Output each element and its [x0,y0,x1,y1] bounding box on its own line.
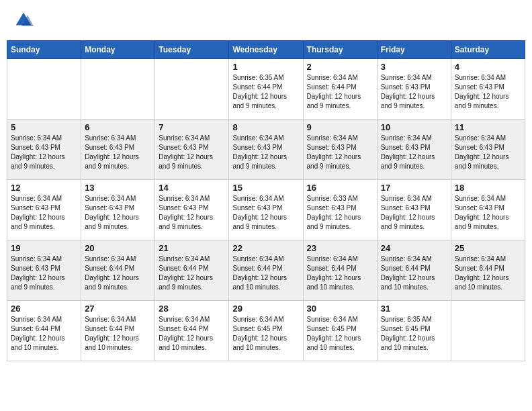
cell-info: Sunrise: 6:34 AM Sunset: 6:44 PM Dayligh… [159,315,225,353]
table-cell: 12Sunrise: 6:34 AM Sunset: 6:43 PM Dayli… [7,180,81,240]
table-cell: 11Sunrise: 6:34 AM Sunset: 6:43 PM Dayli… [451,120,525,180]
date-number: 14 [159,183,225,193]
header-row: Sunday Monday Tuesday Wednesday Thursday… [7,41,525,59]
table-cell: 22Sunrise: 6:34 AM Sunset: 6:44 PM Dayli… [229,240,303,301]
date-number: 4 [455,62,521,72]
cell-info: Sunrise: 6:34 AM Sunset: 6:43 PM Dayligh… [11,255,77,292]
cell-info: Sunrise: 6:34 AM Sunset: 6:44 PM Dayligh… [455,255,521,292]
table-cell: 5Sunrise: 6:34 AM Sunset: 6:43 PM Daylig… [7,120,81,180]
table-cell: 1Sunrise: 6:35 AM Sunset: 6:44 PM Daylig… [229,59,303,120]
cell-info: Sunrise: 6:34 AM Sunset: 6:44 PM Dayligh… [11,315,77,353]
table-cell: 27Sunrise: 6:34 AM Sunset: 6:44 PM Dayli… [81,301,155,361]
table-cell: 14Sunrise: 6:34 AM Sunset: 6:43 PM Dayli… [155,180,229,240]
date-number: 27 [85,304,151,314]
table-cell: 9Sunrise: 6:34 AM Sunset: 6:43 PM Daylig… [303,120,377,180]
page-header [7,7,525,34]
table-cell: 28Sunrise: 6:34 AM Sunset: 6:44 PM Dayli… [155,301,229,361]
day-header-saturday: Saturday [451,41,525,59]
table-cell: 21Sunrise: 6:34 AM Sunset: 6:44 PM Dayli… [155,240,229,301]
date-number: 26 [11,304,77,314]
date-number: 22 [232,243,299,253]
table-cell: 20Sunrise: 6:34 AM Sunset: 6:44 PM Dayli… [81,240,155,301]
table-cell: 2Sunrise: 6:34 AM Sunset: 6:44 PM Daylig… [303,59,377,120]
table-cell: 30Sunrise: 6:34 AM Sunset: 6:45 PM Dayli… [303,301,377,361]
table-cell: 25Sunrise: 6:34 AM Sunset: 6:44 PM Dayli… [451,240,525,301]
date-number: 16 [307,183,373,193]
cell-info: Sunrise: 6:34 AM Sunset: 6:43 PM Dayligh… [307,134,373,171]
day-header-wednesday: Wednesday [229,41,303,59]
table-cell: 19Sunrise: 6:34 AM Sunset: 6:43 PM Dayli… [7,240,81,301]
table-cell: 23Sunrise: 6:34 AM Sunset: 6:44 PM Dayli… [303,240,377,301]
date-number: 1 [232,62,299,72]
cell-info: Sunrise: 6:34 AM Sunset: 6:43 PM Dayligh… [232,134,299,171]
date-number: 23 [307,243,373,253]
date-number: 7 [159,122,225,132]
table-cell: 3Sunrise: 6:34 AM Sunset: 6:43 PM Daylig… [377,59,451,120]
date-number: 31 [381,304,447,314]
table-cell [155,59,229,120]
table-cell: 16Sunrise: 6:33 AM Sunset: 6:43 PM Dayli… [303,180,377,240]
cell-info: Sunrise: 6:34 AM Sunset: 6:43 PM Dayligh… [381,134,447,171]
week-row-4: 19Sunrise: 6:34 AM Sunset: 6:43 PM Dayli… [7,240,525,301]
cell-info: Sunrise: 6:34 AM Sunset: 6:43 PM Dayligh… [85,194,151,232]
day-header-thursday: Thursday [303,41,377,59]
table-cell: 10Sunrise: 6:34 AM Sunset: 6:43 PM Dayli… [377,120,451,180]
cell-info: Sunrise: 6:34 AM Sunset: 6:43 PM Dayligh… [381,73,447,111]
table-cell [81,59,155,120]
table-cell: 15Sunrise: 6:34 AM Sunset: 6:43 PM Dayli… [229,180,303,240]
cell-info: Sunrise: 6:34 AM Sunset: 6:44 PM Dayligh… [85,315,151,353]
cell-info: Sunrise: 6:35 AM Sunset: 6:45 PM Dayligh… [381,315,447,353]
date-number: 25 [455,243,521,253]
date-number: 11 [455,122,521,132]
cell-info: Sunrise: 6:34 AM Sunset: 6:43 PM Dayligh… [159,194,225,232]
date-number: 18 [455,183,521,193]
cell-info: Sunrise: 6:34 AM Sunset: 6:44 PM Dayligh… [307,73,373,111]
table-cell: 24Sunrise: 6:34 AM Sunset: 6:44 PM Dayli… [377,240,451,301]
date-number: 12 [11,183,77,193]
date-number: 2 [307,62,373,72]
cell-info: Sunrise: 6:34 AM Sunset: 6:44 PM Dayligh… [159,255,225,292]
date-number: 6 [85,122,151,132]
table-cell: 6Sunrise: 6:34 AM Sunset: 6:43 PM Daylig… [81,120,155,180]
cell-info: Sunrise: 6:34 AM Sunset: 6:43 PM Dayligh… [455,134,521,171]
cell-info: Sunrise: 6:35 AM Sunset: 6:44 PM Dayligh… [232,73,299,111]
table-cell: 31Sunrise: 6:35 AM Sunset: 6:45 PM Dayli… [377,301,451,361]
date-number: 10 [381,122,447,132]
table-cell [451,301,525,361]
week-row-2: 5Sunrise: 6:34 AM Sunset: 6:43 PM Daylig… [7,120,525,180]
date-number: 17 [381,183,447,193]
logo-icon [13,10,34,30]
cell-info: Sunrise: 6:34 AM Sunset: 6:45 PM Dayligh… [307,315,373,353]
cell-info: Sunrise: 6:34 AM Sunset: 6:44 PM Dayligh… [381,255,447,292]
table-cell: 8Sunrise: 6:34 AM Sunset: 6:43 PM Daylig… [229,120,303,180]
cell-info: Sunrise: 6:34 AM Sunset: 6:43 PM Dayligh… [455,194,521,232]
table-cell: 26Sunrise: 6:34 AM Sunset: 6:44 PM Dayli… [7,301,81,361]
day-header-friday: Friday [377,41,451,59]
cell-info: Sunrise: 6:34 AM Sunset: 6:43 PM Dayligh… [232,194,299,232]
cell-info: Sunrise: 6:34 AM Sunset: 6:44 PM Dayligh… [232,255,299,292]
table-cell: 18Sunrise: 6:34 AM Sunset: 6:43 PM Dayli… [451,180,525,240]
day-header-monday: Monday [81,41,155,59]
table-cell: 4Sunrise: 6:34 AM Sunset: 6:43 PM Daylig… [451,59,525,120]
cell-info: Sunrise: 6:34 AM Sunset: 6:44 PM Dayligh… [85,255,151,292]
cell-info: Sunrise: 6:34 AM Sunset: 6:43 PM Dayligh… [381,194,447,232]
date-number: 3 [381,62,447,72]
cell-info: Sunrise: 6:33 AM Sunset: 6:43 PM Dayligh… [307,194,373,232]
date-number: 28 [159,304,225,314]
day-header-sunday: Sunday [7,41,81,59]
cell-info: Sunrise: 6:34 AM Sunset: 6:43 PM Dayligh… [455,73,521,111]
logo [13,10,36,30]
cell-info: Sunrise: 6:34 AM Sunset: 6:43 PM Dayligh… [159,134,225,171]
cell-info: Sunrise: 6:34 AM Sunset: 6:43 PM Dayligh… [11,194,77,232]
table-cell: 17Sunrise: 6:34 AM Sunset: 6:43 PM Dayli… [377,180,451,240]
date-number: 9 [307,122,373,132]
table-cell: 29Sunrise: 6:34 AM Sunset: 6:45 PM Dayli… [229,301,303,361]
date-number: 5 [11,122,77,132]
date-number: 13 [85,183,151,193]
week-row-5: 26Sunrise: 6:34 AM Sunset: 6:44 PM Dayli… [7,301,525,361]
date-number: 24 [381,243,447,253]
table-cell [7,59,81,120]
week-row-1: 1Sunrise: 6:35 AM Sunset: 6:44 PM Daylig… [7,59,525,120]
cell-info: Sunrise: 6:34 AM Sunset: 6:43 PM Dayligh… [85,134,151,171]
date-number: 15 [232,183,299,193]
